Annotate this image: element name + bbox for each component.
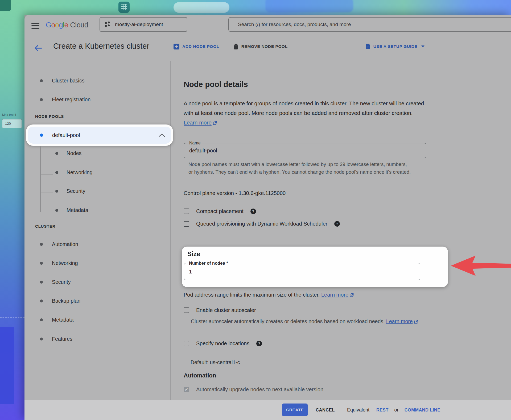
tree-line xyxy=(40,174,53,174)
bullet-icon xyxy=(55,171,58,174)
help-icon[interactable]: ? xyxy=(334,221,340,227)
remove-node-pool-button[interactable]: REMOVE NODE POOL xyxy=(233,44,288,49)
node-locations-row: Specify node locations ? xyxy=(184,340,262,347)
bullet-icon xyxy=(40,134,43,137)
default-pool-selected-row[interactable]: default-pool xyxy=(28,127,171,144)
bullet-icon xyxy=(55,190,58,193)
external-link-icon xyxy=(213,121,217,125)
sidebar-item-pool-metadata[interactable]: Metadata xyxy=(55,207,88,213)
compact-placement-row: Compact placement ? xyxy=(184,208,256,214)
background-app-icon xyxy=(118,2,130,13)
compact-placement-checkbox[interactable] xyxy=(184,209,189,214)
add-icon: + xyxy=(174,44,179,49)
action-footer: CREATE CANCEL Equivalent REST or COMMAND… xyxy=(24,400,511,420)
sidebar-item-nodes[interactable]: Nodes xyxy=(55,150,81,156)
bullet-icon xyxy=(40,338,43,340)
sidebar-item-automation[interactable]: Automation xyxy=(40,241,78,247)
page-title: Create a Kubernetes cluster xyxy=(53,42,149,51)
learn-more-link[interactable]: Learn more xyxy=(386,318,413,324)
number-of-nodes-input[interactable] xyxy=(184,263,420,280)
bullet-icon xyxy=(40,79,43,82)
background-divider xyxy=(0,317,24,318)
name-helper-text: Node pool names must start with a lowerc… xyxy=(188,160,411,176)
background-panel xyxy=(0,327,14,404)
queued-provisioning-row: Queued provisioning with Dynamic Workloa… xyxy=(184,221,340,227)
node-locations-checkbox[interactable] xyxy=(184,341,189,346)
number-of-nodes-field: Number of nodes * xyxy=(184,263,420,280)
bullet-icon xyxy=(40,318,43,321)
command-line-link[interactable]: COMMAND LINE xyxy=(405,407,440,413)
cancel-button[interactable]: CANCEL xyxy=(316,407,335,413)
name-field: Name xyxy=(184,143,426,158)
cluster-autoscaler-checkbox[interactable] xyxy=(184,307,189,313)
desktop-background-top xyxy=(24,0,511,15)
project-selector[interactable]: mostly-ai-deployment xyxy=(100,17,187,32)
sidebar-item-features[interactable]: Features xyxy=(40,336,72,342)
caret-down-icon xyxy=(421,45,425,47)
default-location-text: Default: us-central1-c xyxy=(191,359,240,365)
sidebar-item-fleet-registration[interactable]: Fleet registration xyxy=(40,97,90,103)
tree-line xyxy=(40,146,41,212)
header-actions: + ADD NODE POOL REMOVE NODE POOL USE A S… xyxy=(174,43,425,49)
bullet-icon xyxy=(40,262,43,265)
search-input[interactable] xyxy=(229,22,511,27)
node-pool-intro: A node pool is a template for groups of … xyxy=(184,99,428,128)
automation-heading: Automation xyxy=(184,372,216,379)
bullet-icon xyxy=(40,300,43,302)
project-name: mostly-ai-deployment xyxy=(115,22,163,27)
gcloud-console-sheet: GoogleCloud mostly-ai-deployment Create … xyxy=(24,15,511,420)
section-label-cluster: CLUSTER xyxy=(35,224,55,228)
bullet-icon xyxy=(40,243,43,246)
sidebar-item-pool-security[interactable]: Security xyxy=(55,188,85,194)
document-icon xyxy=(365,43,370,49)
search-bar xyxy=(228,17,511,32)
page-section-heading: Node pool details xyxy=(184,80,248,89)
trash-icon xyxy=(233,44,238,49)
menu-icon[interactable] xyxy=(31,23,39,29)
background-pill xyxy=(174,2,229,13)
help-icon[interactable]: ? xyxy=(250,209,256,214)
rest-link[interactable]: REST xyxy=(376,407,389,413)
cluster-autoscaler-row: Enable cluster autoscaler xyxy=(184,307,256,313)
back-button[interactable] xyxy=(34,43,44,54)
name-input[interactable] xyxy=(184,143,426,158)
top-app-bar: GoogleCloud mostly-ai-deployment xyxy=(24,15,511,37)
sidebar-item-default-pool[interactable]: default-pool xyxy=(26,124,173,146)
desktop-background-left: Max traini 120 xyxy=(0,0,24,420)
tree-line xyxy=(40,193,53,193)
sidebar-item-security[interactable]: Security xyxy=(40,279,71,285)
bullet-icon xyxy=(55,209,58,212)
project-icon xyxy=(105,22,111,27)
use-setup-guide-button[interactable]: USE A SETUP GUIDE xyxy=(365,43,425,49)
google-cloud-logo: GoogleCloud xyxy=(46,21,88,29)
bullet-icon xyxy=(40,281,43,284)
sidebar-item-backup-plan[interactable]: Backup plan xyxy=(40,298,80,304)
auto-upgrade-checkbox[interactable]: ✓ xyxy=(184,387,189,392)
sidebar-item-cluster-basics[interactable]: Cluster basics xyxy=(40,78,84,84)
tree-line xyxy=(40,212,53,212)
learn-more-link[interactable]: Learn more xyxy=(321,292,348,298)
auto-upgrade-row: ✓ Automatically upgrade nodes to next av… xyxy=(184,386,323,393)
help-icon[interactable]: ? xyxy=(256,341,262,346)
sidebar-item-networking[interactable]: Networking xyxy=(40,260,78,266)
bullet-icon xyxy=(40,98,43,101)
sidebar-item-metadata[interactable]: Metadata xyxy=(40,317,73,323)
background-tile xyxy=(0,0,11,11)
bullet-icon xyxy=(55,152,58,155)
tree-line xyxy=(40,155,53,155)
background-caption: Max traini xyxy=(2,113,16,117)
sidebar-divider xyxy=(170,61,171,400)
create-button[interactable]: CREATE xyxy=(282,404,308,416)
or-label: or xyxy=(394,407,399,413)
add-node-pool-button[interactable]: + ADD NODE POOL xyxy=(174,44,219,49)
background-blob xyxy=(265,0,353,12)
section-label-node-pools: NODE POOLS xyxy=(35,114,64,119)
control-plane-version: Control plane version - 1.30.6-gke.11250… xyxy=(184,190,286,196)
sidebar-item-pool-networking[interactable]: Networking xyxy=(55,169,93,176)
equivalent-label: Equivalent xyxy=(347,407,369,413)
size-section-card: Size Number of nodes * xyxy=(182,247,448,287)
learn-more-link[interactable]: Learn more xyxy=(184,119,212,126)
external-link-icon xyxy=(414,320,418,324)
queued-provisioning-checkbox[interactable] xyxy=(184,221,189,227)
chevron-up-icon xyxy=(158,133,165,137)
